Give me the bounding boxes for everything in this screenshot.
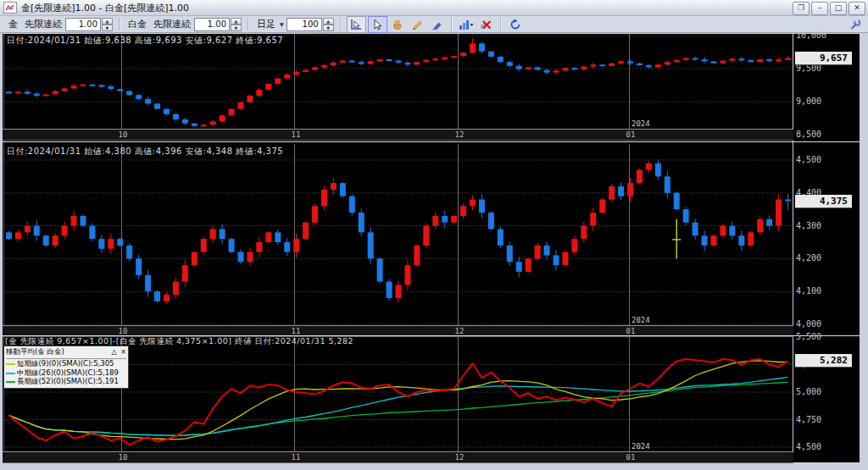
- chevron-down-icon[interactable]: ▼: [280, 21, 284, 27]
- legend-rows: 短期線(9)(0)(SMA)(C):5,305中期線(26)(0)(SMA)(C…: [6, 360, 126, 387]
- spin-up-icon[interactable]: ▲: [323, 18, 334, 25]
- contract2-multiplier-spinner[interactable]: 1.00 ▲▼: [194, 18, 242, 31]
- chart-cursor-icon[interactable]: [347, 16, 366, 33]
- current-price-label: 4,375: [795, 195, 852, 207]
- window-title: 金[先限連続]1.00 - 白金[先限連続]1.00: [21, 2, 189, 14]
- spin-down-icon[interactable]: ▼: [323, 25, 334, 31]
- x-axis-label: 11: [287, 327, 304, 335]
- year-label: 2024: [632, 442, 650, 451]
- gold-info-line: 日付:2024/01/31 始値:9,638 高値:9,693 安値:9,627…: [7, 35, 283, 47]
- legend-line-swatch: [6, 373, 15, 374]
- legend-close-icon[interactable]: ×: [120, 348, 126, 356]
- x-axis-label: 12: [451, 130, 468, 139]
- pen-annotate-icon[interactable]: [428, 17, 446, 32]
- spin-up-icon[interactable]: ▲: [102, 18, 113, 25]
- y-axis-label: 4,000: [796, 319, 821, 329]
- bar-count-spinner[interactable]: 100 ▲▼: [287, 18, 334, 31]
- x-axis-label: 12: [451, 453, 468, 462]
- current-price-label: 9,657: [795, 52, 852, 64]
- current-price-label: 5,282: [795, 354, 852, 367]
- contract1-label: 先限連続: [25, 18, 62, 30]
- panel-separator: [3, 141, 860, 142]
- symbol1-label: 金: [8, 18, 18, 30]
- toolbar-separator: [248, 18, 249, 30]
- x-axis-label: 11: [287, 130, 304, 139]
- legend-title: 移動平均(金 白金): [6, 347, 64, 357]
- gold-candlestick-plot[interactable]: [4, 34, 793, 129]
- y-axis-label: 9,500: [796, 64, 821, 73]
- y-axis-label: 9,000: [796, 97, 821, 106]
- x-axis-label: 01: [622, 130, 639, 139]
- platinum-info-line: 日付:2024/01/31 始値:4,380 高値:4,396 安値:4,348…: [7, 146, 283, 158]
- x-axis-label: 11: [287, 453, 304, 462]
- popout-window-button[interactable]: ❐: [793, 2, 810, 15]
- x-axis-label: 01: [622, 327, 639, 335]
- y-axis-label: 4,500: [796, 155, 821, 164]
- spin-down-icon[interactable]: ▼: [231, 25, 242, 31]
- x-axis-label: 10: [114, 327, 131, 335]
- title-bar: 金[先限連続]1.00 - 白金[先限連続]1.00 ❐ － □ ✕: [0, 0, 868, 16]
- settings-wrench-icon[interactable]: [849, 18, 861, 34]
- y-axis-label: 8,500: [796, 130, 821, 139]
- y-axis-label: 10,000: [796, 30, 826, 40]
- legend-line-swatch: [6, 363, 15, 365]
- refresh-icon[interactable]: [507, 17, 525, 32]
- period-select[interactable]: 日足: [257, 18, 275, 30]
- y-axis-label: 4,500: [796, 442, 821, 451]
- legend-line-swatch: [6, 381, 15, 383]
- spin-up-icon[interactable]: ▲: [231, 18, 242, 25]
- y-axis-label: 4,300: [796, 221, 821, 230]
- hand-pan-icon[interactable]: [389, 17, 407, 32]
- y-axis-label: 4,100: [796, 286, 821, 296]
- toolbar-separator: [340, 18, 342, 30]
- y-axis-label: 5,000: [796, 387, 821, 396]
- chart-app-icon: [3, 2, 17, 14]
- y-axis-label: 5,500: [796, 332, 821, 341]
- toolbar-separator: [500, 18, 502, 30]
- pencil-draw-icon[interactable]: [409, 17, 426, 32]
- legend-item-label: 長期線(52)(0)(SMA)(C):5,191: [17, 377, 119, 387]
- legend-collapse-icon[interactable]: △: [111, 348, 116, 356]
- contract2-multiplier-value[interactable]: 1.00: [194, 18, 230, 31]
- platinum-candlestick-plot[interactable]: [4, 144, 793, 325]
- toolbar-separator: [451, 18, 453, 30]
- contract2-label: 先限連続: [153, 18, 191, 30]
- delete-chart-icon[interactable]: [477, 17, 495, 32]
- symbol2-label: 白金: [128, 18, 147, 30]
- spin-down-icon[interactable]: ▼: [102, 25, 113, 31]
- y-axis-label: 4,200: [796, 253, 821, 263]
- contract1-multiplier-value[interactable]: 1.00: [65, 18, 101, 31]
- bar-count-value[interactable]: 100: [287, 18, 322, 31]
- toolbar: 金 先限連続 1.00 ▲▼ 白金 先限連続 1.00 ▲▼ 日足 ▼ 100 …: [0, 16, 868, 33]
- minimize-button[interactable]: －: [811, 2, 828, 15]
- x-axis-label: 12: [451, 327, 468, 335]
- y-axis-column-border: [793, 34, 793, 462]
- legend-item: 長期線(52)(0)(SMA)(C):5,191: [6, 378, 126, 387]
- close-button[interactable]: ✕: [849, 2, 865, 15]
- x-axis-label: 10: [114, 453, 131, 462]
- contract1-multiplier-spinner[interactable]: 1.00 ▲▼: [65, 18, 113, 31]
- chart-type-icon[interactable]: [458, 17, 476, 32]
- moving-average-legend: 移動平均(金 白金) △ × 短期線(9)(0)(SMA)(C):5,305中期…: [3, 346, 129, 389]
- year-label: 2024: [632, 119, 650, 128]
- year-label: 2024: [632, 316, 650, 324]
- x-axis-label: 01: [622, 453, 639, 462]
- x-axis-label: 10: [114, 130, 131, 139]
- trading-app-window: { "window": { "title": "金[先限連続]1.00 - 白金…: [0, 0, 868, 470]
- select-arrow-icon[interactable]: [368, 16, 387, 33]
- y-axis-label: 4,750: [796, 415, 821, 424]
- maximize-button[interactable]: □: [830, 2, 847, 15]
- toolbar-separator: [119, 18, 120, 30]
